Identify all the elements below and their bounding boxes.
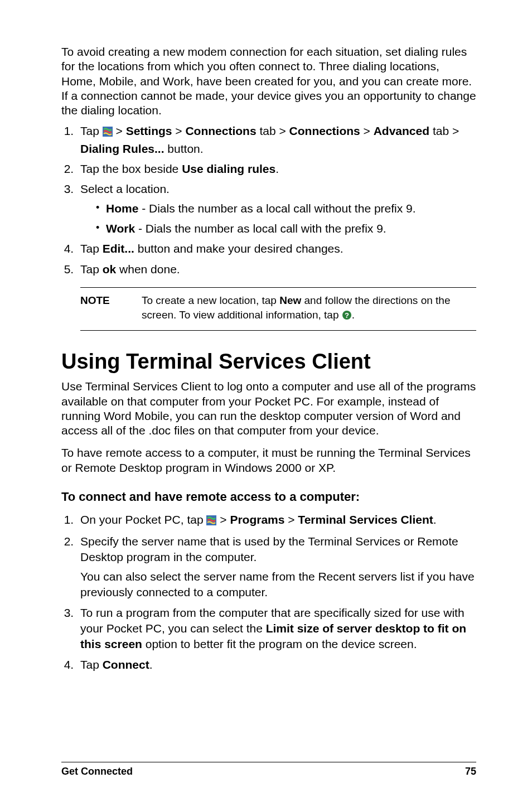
step-b2-note: You can also select the server name from… [80,569,476,601]
text: button and make your desired changes. [134,242,344,255]
text: > [172,124,185,137]
text: - Dials the number as a local call witho… [138,202,415,215]
subheading: To connect and have remote access to a c… [61,490,476,504]
location-work: Work - Dials the number as local call wi… [96,221,476,236]
location-home: Home - Dials the number as a local call … [96,201,476,216]
work-label: Work [106,222,135,235]
text: Specify the server name that is used by … [80,535,458,563]
section-title: Using Terminal Services Client [61,350,476,374]
text: option to better fit the program on the … [142,637,417,650]
text: > [113,124,126,137]
text: On your Pocket PC, tap [80,513,206,526]
steps-list-a: Tap > Settings > Connections tab > Conne… [61,123,476,277]
windows-start-icon [103,125,113,141]
steps-list-b: On your Pocket PC, tap > Programs > Term… [61,512,476,673]
new-label: New [279,294,301,306]
text: - Dials the number as local call with th… [135,222,386,235]
advanced-label: Advanced [374,124,429,137]
text: . [275,162,279,175]
step-a2: Tap the box beside Use dialing rules. [77,161,476,177]
step-b2: Specify the server name that is used by … [77,534,476,600]
tsc-paragraph-1: Use Terminal Services Client to log onto… [61,379,476,438]
text: Tap [80,242,103,255]
terminal-services-client-label: Terminal Services Client [298,513,433,526]
text: tab > [429,124,459,137]
page-container: To avoid creating a new modem connection… [0,0,532,802]
settings-label: Settings [126,124,172,137]
connections-label: Connections [289,124,360,137]
home-label: Home [106,202,138,215]
programs-label: Programs [230,513,284,526]
text: Tap [80,124,103,137]
windows-start-icon [206,514,216,529]
edit-label: Edit... [103,242,134,255]
connections-tab-label: Connections [185,124,256,137]
text: button. [165,142,204,155]
text: tab > [257,124,289,137]
step-b1: On your Pocket PC, tap > Programs > Term… [77,512,476,529]
text: To create a new location, tap [142,294,279,306]
footer-page-number: 75 [465,766,476,777]
step-b4: Tap Connect. [77,657,476,673]
dialing-rules-label: Dialing Rules... [80,142,165,155]
use-dialing-rules-label: Use dialing rules [182,162,275,175]
step-a5: Tap ok when done. [77,262,476,277]
step-a1: Tap > Settings > Connections tab > Conne… [77,123,476,157]
text: Tap [80,263,103,276]
text: . [352,309,355,321]
svg-text:?: ? [345,311,349,319]
text: . [149,658,153,671]
intro-paragraph: To avoid creating a new modem connection… [61,45,476,118]
note-box: NOTE To create a new location, tap New a… [80,287,476,331]
location-sublist: Home - Dials the number as a local call … [80,201,476,237]
tsc-paragraph-2: To have remote access to a computer, it … [61,446,476,475]
footer-left: Get Connected [61,766,133,777]
text: when done. [116,263,180,276]
ok-label: ok [103,263,117,276]
step-a3: Select a location. Home - Dials the numb… [77,181,476,236]
note-text: To create a new location, tap New and fo… [142,293,476,323]
page-footer: Get Connected 75 [61,762,476,777]
text: > [284,513,298,526]
text: Select a location. [80,182,170,195]
text: . [433,513,437,526]
text: Tap [80,658,103,671]
step-a4: Tap Edit... button and make your desired… [77,241,476,257]
help-icon: ? [342,310,352,324]
note-label: NOTE [80,293,142,323]
step-b3: To run a program from the computer that … [77,605,476,653]
text: Tap the box beside [80,162,182,175]
text: > [360,124,374,137]
text: > [216,513,230,526]
connect-label: Connect [103,658,149,671]
